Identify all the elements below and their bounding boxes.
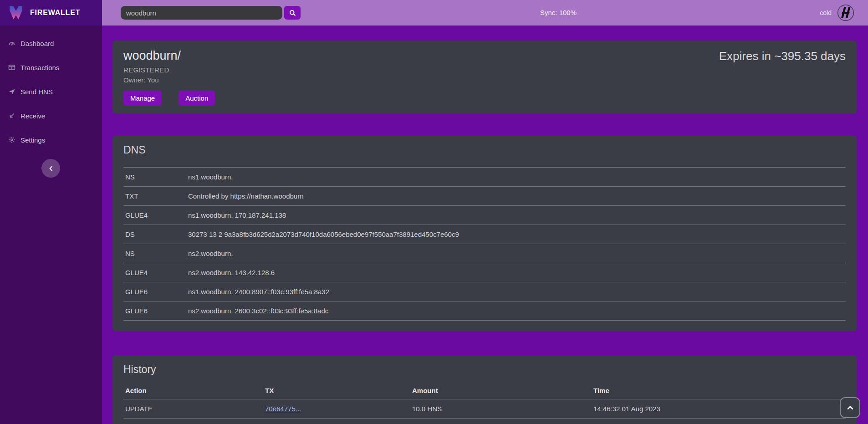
sidebar-item-dashboard[interactable]: Dashboard: [0, 34, 102, 53]
search-icon: [289, 9, 296, 17]
history-title: History: [123, 363, 846, 376]
dns-record-value: Controlled by https://nathan.woodburn: [188, 192, 846, 200]
dns-record-type: NS: [123, 173, 188, 181]
dns-record-value: ns1.woodburn. 170.187.241.138: [188, 211, 846, 219]
dns-record-type: GLUE6: [123, 307, 188, 315]
dns-title: DNS: [123, 144, 846, 156]
dns-record-value: ns2.woodburn. 143.42.128.6: [188, 269, 846, 276]
dns-record-type: GLUE4: [123, 211, 188, 219]
dns-record-row: DS 30273 13 2 9a3a8fb3d625d2a2073d740f10…: [123, 225, 846, 244]
dns-record-row: NS ns1.woodburn.: [123, 167, 846, 186]
auction-button[interactable]: Auction: [179, 91, 215, 106]
gauge-icon: [8, 40, 15, 47]
sidebar-nav: Dashboard Transactions Send HNS Receive: [0, 26, 102, 149]
dns-record-row: GLUE6 ns2.woodburn. 2600:3c02::f03c:93ff…: [123, 301, 846, 320]
domain-card: woodburn/ REGISTERED Owner: You Manage A…: [112, 41, 857, 113]
history-time: 14:46:32 01 Aug 2023: [593, 405, 846, 413]
scroll-to-top-button[interactable]: [840, 397, 860, 418]
search-input[interactable]: [121, 6, 282, 20]
sidebar-item-transactions[interactable]: Transactions: [0, 58, 102, 77]
dns-record-row: GLUE6 ns1.woodburn. 2400:8907::f03c:93ff…: [123, 282, 846, 301]
sidebar-item-label: Receive: [20, 112, 45, 120]
dns-record-value: ns2.woodburn.: [188, 250, 846, 257]
send-icon: [8, 88, 15, 95]
chevron-up-icon: [845, 403, 855, 413]
sidebar-item-label: Transactions: [20, 64, 59, 72]
search-button[interactable]: [284, 6, 301, 20]
wallet-selector: cold: [820, 0, 854, 26]
expires-label: Expires in ~395.35 days: [719, 49, 846, 63]
history-col-time: Time: [593, 387, 846, 394]
domain-status-badge: REGISTERED: [123, 66, 846, 74]
sidebar-item-send-hns[interactable]: Send HNS: [0, 82, 102, 101]
app-name: FIREWALLET: [30, 9, 80, 17]
history-action: UPDATE: [123, 405, 265, 413]
history-row: UPDATE 70e64775... 10.0 HNS 14:46:32 01 …: [123, 399, 846, 419]
dns-record-type: GLUE4: [123, 269, 188, 276]
firewallet-logo-icon: [7, 4, 25, 21]
history-header-row: Action TX Amount Time: [123, 382, 846, 399]
history-col-tx: TX: [265, 387, 412, 394]
sidebar-item-settings[interactable]: Settings: [0, 130, 102, 149]
tx-link[interactable]: 70e64775...: [265, 405, 301, 413]
sidebar: FIREWALLET Dashboard Transactions Send H…: [0, 0, 102, 424]
sidebar-item-label: Send HNS: [20, 88, 53, 96]
table-icon: [8, 64, 15, 71]
sidebar-collapse-button[interactable]: [41, 159, 60, 178]
dns-record-row: GLUE4 ns2.woodburn. 143.42.128.6: [123, 263, 846, 282]
dns-card: DNS NS ns1.woodburn. TXT Controlled by h…: [112, 136, 857, 331]
gear-icon: [8, 136, 15, 143]
history-card: History Action TX Amount Time UPDATE 70e…: [112, 355, 857, 424]
dns-record-type: GLUE6: [123, 288, 188, 296]
receive-arrow-icon: [8, 112, 15, 119]
wallet-name: cold: [820, 9, 832, 16]
dns-record-value: 30273 13 2 9a3a8fb3d625d2a2073d740f10da6…: [188, 230, 846, 238]
search-bar: [121, 6, 301, 20]
sidebar-item-label: Settings: [20, 136, 45, 144]
dns-record-row: TXT Controlled by https://nathan.woodbur…: [123, 186, 846, 205]
dns-record-value: ns1.woodburn.: [188, 173, 846, 181]
domain-owner: Owner: You: [123, 76, 846, 84]
chevron-left-icon: [47, 164, 55, 173]
dns-record-type: NS: [123, 250, 188, 257]
dns-records-table: NS ns1.woodburn. TXT Controlled by https…: [123, 167, 846, 321]
dns-record-value: ns2.woodburn. 2600:3c02::f03c:93ff:fe5a:…: [188, 307, 846, 315]
history-row: RENEW 47f1d4c... 10.0 HNS 15:45:36 07 Ju…: [123, 419, 846, 424]
handshake-logo-icon: [837, 4, 854, 21]
dns-record-value: ns1.woodburn. 2400:8907::f03c:93ff:fe5a:…: [188, 288, 846, 296]
domain-actions: Manage Auction: [123, 91, 846, 106]
history-amount: 10.0 HNS: [412, 405, 593, 413]
dns-record-row: NS ns2.woodburn.: [123, 244, 846, 263]
dns-record-row: GLUE4 ns1.woodburn. 170.187.241.138: [123, 205, 846, 225]
handshake-logo-button[interactable]: [837, 4, 854, 21]
dns-record-type: DS: [123, 230, 188, 238]
topbar: Sync: 100% cold: [102, 0, 868, 26]
history-col-amount: Amount: [412, 387, 593, 394]
dns-record-type: TXT: [123, 192, 188, 200]
manage-button[interactable]: Manage: [123, 91, 162, 106]
app-logo-block: FIREWALLET: [0, 0, 102, 26]
history-rows: UPDATE 70e64775... 10.0 HNS 14:46:32 01 …: [123, 399, 846, 424]
history-col-action: Action: [123, 387, 265, 394]
sidebar-item-receive[interactable]: Receive: [0, 106, 102, 125]
sidebar-item-label: Dashboard: [20, 40, 54, 47]
sync-status: Sync: 100%: [540, 9, 577, 16]
